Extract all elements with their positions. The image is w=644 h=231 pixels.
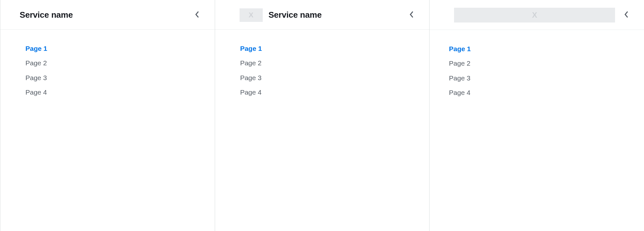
logo-placeholder: X	[454, 8, 615, 23]
chevron-left-icon	[624, 11, 629, 20]
nav-item-page-3[interactable]: Page 3	[25, 70, 195, 85]
nav-item-page-2[interactable]: Page 2	[240, 56, 410, 70]
chevron-left-icon	[409, 11, 414, 20]
nav-item-page-3[interactable]: Page 3	[240, 70, 410, 85]
side-nav-header: Service name	[0, 0, 215, 30]
side-nav-panel-title-only: Service name Page 1 Page 2 Page 3 Page 4	[0, 0, 215, 231]
chevron-left-icon	[195, 11, 200, 20]
side-nav-header: X	[430, 0, 644, 30]
nav-item-page-1[interactable]: Page 1	[240, 41, 410, 56]
nav-list: Page 1 Page 2 Page 3 Page 4	[0, 30, 215, 100]
nav-list: Page 1 Page 2 Page 3 Page 4	[430, 30, 644, 100]
nav-item-page-4[interactable]: Page 4	[25, 85, 195, 99]
logo-placeholder: X	[240, 8, 263, 22]
service-title: Service name	[20, 10, 186, 20]
nav-item-page-4[interactable]: Page 4	[449, 85, 625, 100]
nav-list: Page 1 Page 2 Page 3 Page 4	[215, 30, 430, 100]
nav-item-page-1[interactable]: Page 1	[449, 42, 625, 56]
nav-item-page-2[interactable]: Page 2	[25, 56, 195, 70]
collapse-button[interactable]	[621, 9, 632, 21]
collapse-button[interactable]	[192, 9, 203, 21]
collapse-button[interactable]	[406, 9, 418, 21]
nav-item-page-3[interactable]: Page 3	[449, 71, 625, 85]
side-nav-header: X Service name	[215, 0, 430, 30]
nav-item-page-4[interactable]: Page 4	[240, 85, 410, 99]
nav-item-page-2[interactable]: Page 2	[449, 56, 625, 70]
side-nav-panel-logo-only: X Page 1 Page 2 Page 3 Page 4	[429, 0, 644, 231]
nav-item-page-1[interactable]: Page 1	[25, 41, 195, 56]
side-nav-panel-logo-and-title: X Service name Page 1 Page 2 Page 3 Page…	[215, 0, 430, 231]
service-title: Service name	[269, 10, 401, 20]
